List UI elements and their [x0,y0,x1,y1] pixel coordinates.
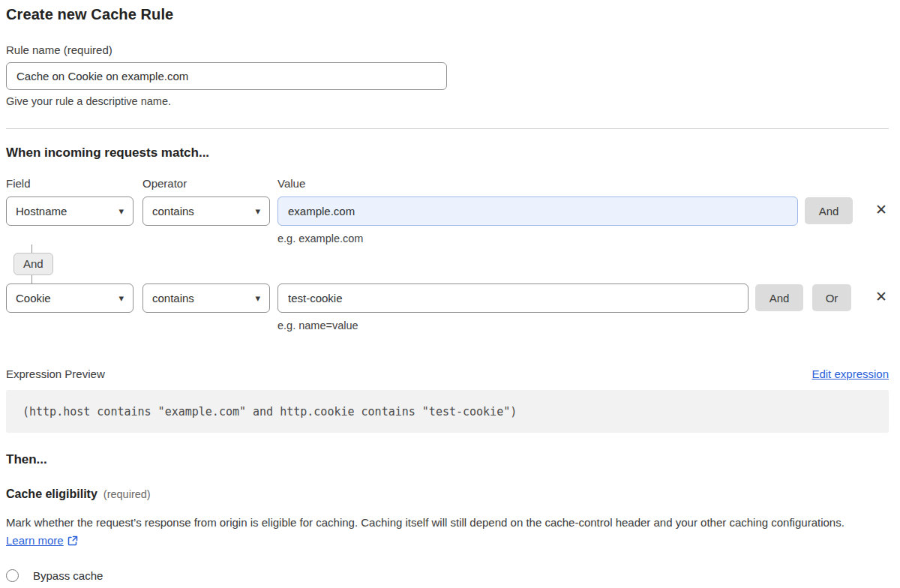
cache-eligibility-description: Mark whether the request’s response from… [6,514,876,551]
then-section-heading: Then... [6,452,889,467]
chevron-down-icon: ▾ [255,206,260,216]
value-column-label: Value [278,177,305,190]
learn-more-link[interactable]: Learn more [6,534,64,547]
edit-expression-link[interactable]: Edit expression [812,368,889,380]
value-hint: e.g. name=value [278,320,748,332]
description-text: Mark whether the request’s response from… [6,516,844,529]
add-and-condition-button[interactable]: And [755,284,803,311]
external-link-icon [68,533,78,551]
value-hint: e.g. example.com [278,232,798,244]
match-section-heading: When incoming requests match... [6,146,889,160]
condition-row: Hostname ▾ contains ▾ e.g. example.com A… [6,196,889,244]
chevron-down-icon: ▾ [255,293,260,303]
rule-name-helper: Give your rule a descriptive name. [6,95,889,107]
value-input[interactable] [278,196,798,226]
field-select[interactable]: Hostname ▾ [6,196,134,226]
add-or-condition-button[interactable]: Or [812,284,851,311]
expression-preview-label: Expression Preview [6,368,105,380]
operator-select-value: contains [152,292,194,304]
operator-select-value: contains [152,205,194,218]
expression-preview-block: (http.host contains "example.com" and ht… [6,390,889,433]
rule-name-input[interactable] [6,62,447,90]
section-divider [6,128,889,129]
field-select[interactable]: Cookie ▾ [6,284,134,313]
chevron-down-icon: ▾ [118,206,124,216]
operator-column-label: Operator [142,177,278,190]
expression-preview-header: Expression Preview Edit expression [6,368,889,380]
remove-condition-icon[interactable]: ✕ [874,290,889,304]
remove-condition-icon[interactable]: ✕ [874,202,889,217]
condition-column-labels: Field Operator Value [6,177,889,190]
value-column: e.g. example.com [278,196,798,244]
radio-option-label: Bypass cache [33,569,103,582]
value-input[interactable] [278,284,748,313]
value-column: e.g. name=value [278,284,748,332]
add-and-condition-button[interactable]: And [805,197,853,224]
chevron-down-icon: ▾ [118,293,124,303]
page-title: Create new Cache Rule [6,6,889,23]
expression-code: (http.host contains "example.com" and ht… [22,405,517,418]
operator-select[interactable]: contains ▾ [142,196,270,226]
cache-eligibility-title: Cache eligibility [6,488,98,501]
connector-line [32,275,32,284]
radio-option-bypass-cache[interactable]: Bypass cache [6,569,889,582]
required-note: (required) [104,488,151,500]
connector-and-button[interactable]: And [14,253,53,275]
create-cache-rule-page: Create new Cache Rule Rule name (require… [0,0,900,588]
operator-select[interactable]: contains ▾ [142,284,270,313]
connector-line [32,244,32,253]
condition-row: Cookie ▾ contains ▾ e.g. name=value And … [6,284,889,332]
field-select-value: Cookie [16,292,51,304]
field-select-value: Hostname [16,205,67,218]
radio-button-icon[interactable] [6,569,19,582]
field-column-label: Field [6,177,142,190]
rule-name-label: Rule name (required) [6,44,889,56]
cache-eligibility-heading: Cache eligibility (required) [6,488,889,501]
condition-connector: And [6,244,889,284]
